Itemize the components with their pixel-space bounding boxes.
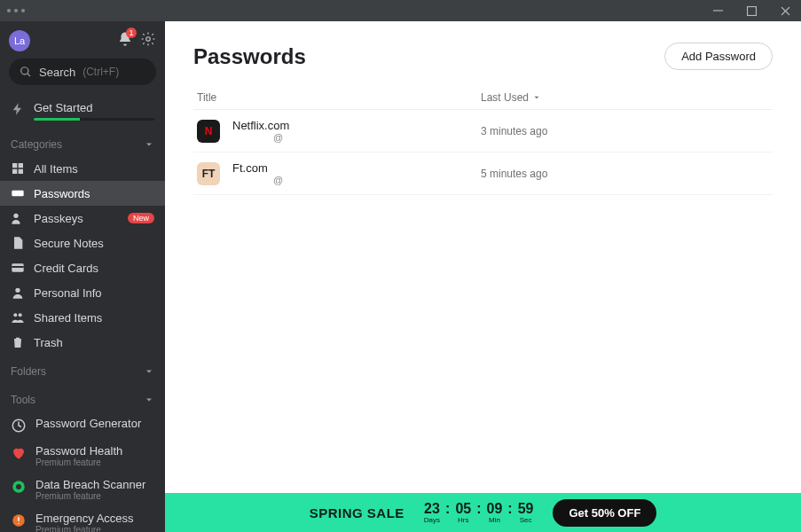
- avatar[interactable]: La: [9, 30, 30, 51]
- chevron-down-icon: [144, 395, 154, 405]
- promo-cta-button[interactable]: Get 50% OFF: [553, 499, 656, 527]
- password-icon: [11, 186, 25, 200]
- note-icon: [11, 236, 25, 250]
- get-started-item[interactable]: Get Started: [0, 94, 165, 128]
- tool-data-breach-scanner[interactable]: Data Breach Scanner Premium feature: [0, 473, 165, 506]
- site-icon: FT: [197, 162, 220, 185]
- svg-rect-3: [12, 191, 23, 197]
- column-title[interactable]: Title: [197, 91, 481, 104]
- app-window: La 1 Search (Ctrl+F): [0, 0, 801, 532]
- sidebar: La 1 Search (Ctrl+F): [0, 21, 165, 532]
- table-row[interactable]: FTFt.com@5 minutes ago: [193, 153, 773, 195]
- new-badge: New: [128, 213, 154, 223]
- svg-rect-1: [747, 6, 756, 15]
- svg-point-9: [19, 313, 22, 317]
- notifications-button[interactable]: 1: [117, 31, 133, 51]
- timer-min: 09: [487, 502, 503, 516]
- scanner-icon: [11, 479, 27, 495]
- group-categories[interactable]: Categories: [0, 128, 165, 156]
- svg-point-4: [13, 214, 18, 218]
- promo-banner: SPRING SALE 23Days : 05Hrs : 09Min : 59S…: [165, 493, 801, 532]
- chevron-down-icon: [532, 93, 541, 102]
- svg-point-2: [146, 37, 151, 42]
- progress-bar: [34, 118, 154, 121]
- grid-icon: [11, 161, 25, 176]
- minimize-button[interactable]: [709, 6, 726, 16]
- dot-icon: [21, 9, 25, 12]
- timer-hrs: 05: [455, 502, 471, 516]
- person-icon: [11, 286, 25, 300]
- group-label: Folders: [11, 365, 46, 378]
- tool-label: Password Health: [35, 444, 122, 458]
- main-panel: Passwords Add Password Title Last Used N…: [165, 21, 801, 532]
- tool-password-generator[interactable]: Password Generator: [0, 411, 165, 439]
- table-header: Title Last Used: [193, 86, 773, 110]
- sidebar-item-secure-notes[interactable]: Secure Notes: [0, 231, 165, 255]
- timer-days: 23: [424, 502, 440, 516]
- sidebar-item-trash[interactable]: Trash: [0, 330, 165, 355]
- svg-point-8: [13, 313, 17, 317]
- sidebar-item-all-items[interactable]: All Items: [0, 156, 165, 181]
- shared-icon: [11, 310, 25, 325]
- row-title: Netflix.com: [232, 119, 481, 132]
- trash-icon: [11, 335, 25, 349]
- tool-label: Data Breach Scanner: [35, 478, 145, 491]
- search-input[interactable]: Search (Ctrl+F): [9, 59, 156, 85]
- column-last-used[interactable]: Last Used: [481, 91, 769, 104]
- row-sub: @: [232, 132, 481, 143]
- bolt-icon: [11, 102, 25, 116]
- settings-button[interactable]: [140, 31, 156, 51]
- tool-label: Emergency Access: [35, 512, 134, 525]
- group-label: Categories: [11, 138, 62, 151]
- nav-label: Passkeys: [34, 212, 83, 225]
- sidebar-item-passkeys[interactable]: Passkeys New: [0, 206, 165, 231]
- page-title: Passwords: [193, 44, 306, 69]
- sidebar-item-personal-info[interactable]: Personal Info: [0, 280, 165, 305]
- tool-password-health[interactable]: Password Health Premium feature: [0, 439, 165, 473]
- promo-title: SPRING SALE: [310, 505, 404, 520]
- close-button[interactable]: [776, 6, 794, 16]
- row-sub: @: [232, 175, 481, 185]
- countdown-timer: 23Days : 05Hrs : 09Min : 59Sec: [424, 502, 534, 524]
- tool-label: Password Generator: [35, 417, 141, 430]
- nav-label: Secure Notes: [34, 237, 104, 250]
- sidebar-item-credit-cards[interactable]: Credit Cards: [0, 255, 165, 280]
- search-icon: [20, 66, 32, 78]
- search-label: Search: [39, 66, 75, 79]
- search-hint: (Ctrl+F): [82, 66, 119, 78]
- title-bar: [0, 0, 801, 21]
- card-icon: [11, 261, 25, 275]
- svg-rect-0: [713, 10, 723, 11]
- traffic-dots: [7, 9, 25, 12]
- window-controls: [709, 6, 794, 16]
- sidebar-item-shared-items[interactable]: Shared Items: [0, 305, 165, 330]
- add-password-button[interactable]: Add Password: [664, 43, 773, 70]
- group-tools[interactable]: Tools: [0, 383, 165, 411]
- table-row[interactable]: NNetflix.com@3 minutes ago: [193, 110, 773, 153]
- chevron-down-icon: [144, 139, 154, 150]
- get-started-label: Get Started: [34, 101, 154, 114]
- nav-label: Passwords: [34, 187, 90, 200]
- gear-icon: [140, 31, 156, 47]
- tool-sublabel: Premium feature: [35, 458, 122, 467]
- maximize-button[interactable]: [742, 6, 760, 16]
- dot-icon: [7, 9, 11, 12]
- chevron-down-icon: [144, 366, 154, 377]
- row-title: Ft.com: [232, 161, 481, 175]
- row-last-used: 5 minutes ago: [481, 168, 547, 180]
- tool-sublabel: Premium feature: [35, 525, 134, 532]
- passkey-icon: [11, 211, 25, 225]
- nav-label: Trash: [34, 336, 63, 349]
- tool-sublabel: Premium feature: [35, 491, 145, 501]
- notification-badge: 1: [126, 27, 137, 38]
- timer-sec: 59: [518, 502, 534, 516]
- tool-emergency-access[interactable]: Emergency Access Premium feature: [0, 506, 165, 532]
- generator-icon: [11, 418, 27, 434]
- nav-label: Credit Cards: [34, 262, 98, 275]
- dot-icon: [14, 9, 18, 12]
- sidebar-item-passwords[interactable]: Passwords: [0, 181, 165, 206]
- group-folders[interactable]: Folders: [0, 355, 165, 383]
- emergency-icon: [11, 512, 27, 528]
- svg-rect-6: [12, 266, 23, 268]
- svg-point-7: [15, 288, 20, 293]
